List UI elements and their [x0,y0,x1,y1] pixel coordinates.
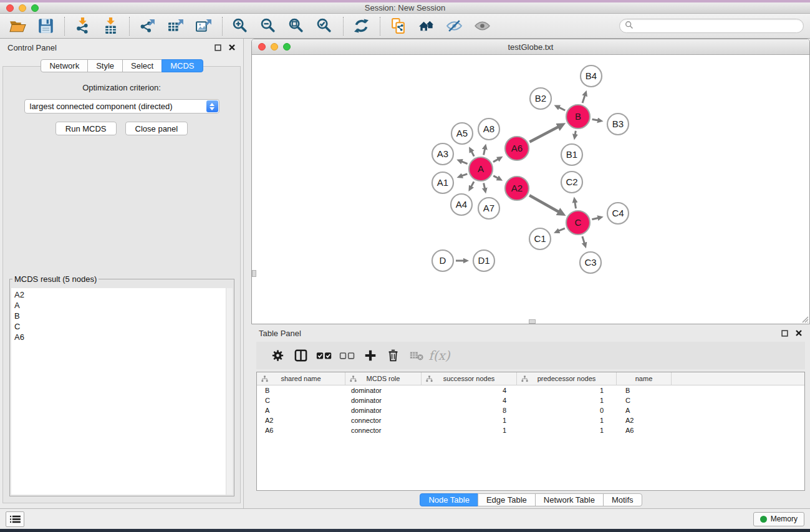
float-panel-icon[interactable] [215,44,221,51]
search-box[interactable] [619,19,804,33]
edge-B-B1[interactable] [575,131,576,135]
table-row[interactable]: Bdominator41B [257,385,804,395]
edge-C-C1[interactable] [559,228,565,231]
tab-style[interactable]: Style [87,59,123,72]
edge-B-B2[interactable] [559,107,565,110]
settings-gear-icon[interactable] [266,345,289,366]
import-table-icon[interactable] [100,17,121,36]
column-header-name[interactable]: name [617,372,672,385]
zoom-out-icon[interactable] [258,17,279,36]
network-node-A7[interactable]: A7 [478,198,499,219]
network-node-B3[interactable]: B3 [607,114,629,135]
edge-B-B4[interactable] [582,95,585,103]
horizontal-scroll-indicator[interactable] [529,319,536,324]
tab-mcds[interactable]: MCDS [162,59,203,72]
zoom-window-button[interactable] [31,4,39,12]
tab-node-table[interactable]: Node Table [420,493,478,506]
tab-motifs[interactable]: Motifs [603,493,642,506]
network-node-C3[interactable]: C3 [580,252,601,273]
save-session-icon[interactable] [36,17,56,36]
close-table-panel-icon[interactable] [795,329,803,337]
network-node-C2[interactable]: C2 [561,172,582,193]
table-row[interactable]: Adominator80A [257,405,804,415]
column-header-successor-nodes[interactable]: successor nodes [422,372,517,385]
table-row[interactable]: A2connector11A2 [257,415,804,425]
network-node-A8[interactable]: A8 [478,118,499,140]
columns-icon[interactable] [289,345,312,366]
network-node-A4[interactable]: A4 [451,194,472,215]
network-node-D[interactable]: D [432,250,453,271]
edge-A-A8[interactable] [484,149,485,155]
run-mcds-button[interactable]: Run MCDS [55,122,117,135]
tab-select[interactable]: Select [122,59,162,72]
vertical-scroll-indicator[interactable] [252,270,256,277]
network-zoom-button[interactable] [283,43,291,51]
close-panel-icon[interactable] [228,44,236,51]
home-icon[interactable] [416,17,436,36]
task-history-button[interactable] [6,511,24,527]
network-node-D1[interactable]: D1 [473,250,494,271]
edge-C-C2[interactable] [575,202,576,208]
network-canvas[interactable]: B4B2BB3A8A5A6A3B1AC2A1A2A4A7C4CC1DD1C3 [252,56,809,324]
result-list-scrollbar[interactable] [226,288,233,495]
unselect-all-columns-icon[interactable] [335,345,359,366]
delete-icon[interactable] [382,345,405,366]
network-close-button[interactable] [258,43,266,51]
float-table-panel-icon[interactable] [781,330,788,337]
add-icon[interactable] [359,345,382,366]
network-node-B4[interactable]: B4 [581,65,602,87]
memory-button[interactable]: Memory [753,512,804,526]
edge-A-A2[interactable] [493,176,498,178]
edge-A2-C[interactable] [529,195,559,211]
edge-B-B3[interactable] [592,119,598,120]
refresh-icon[interactable] [351,17,372,36]
export-table-icon[interactable] [165,17,186,36]
tab-network-table[interactable]: Network Table [535,493,604,506]
criterion-select[interactable]: largest connected component (directed) [24,99,219,114]
close-panel-button[interactable]: Close panel [125,122,188,135]
edge-A6-B[interactable] [529,127,558,142]
import-network-icon[interactable] [72,17,93,36]
search-input[interactable] [636,21,803,32]
network-node-A1[interactable]: A1 [432,172,453,193]
tab-network[interactable]: Network [41,59,88,72]
network-node-A3[interactable]: A3 [432,143,453,165]
network-node-A5[interactable]: A5 [451,123,473,144]
table-row[interactable]: A6connector11A6 [257,425,804,435]
select-all-columns-icon[interactable] [312,345,335,366]
column-header-mcds-role[interactable]: MCDS role [345,372,422,385]
close-window-button[interactable] [6,4,14,12]
zoom-selected-icon[interactable] [314,17,335,36]
network-minimize-button[interactable] [271,43,278,51]
show-details-icon[interactable] [472,17,493,36]
open-session-icon[interactable] [7,17,28,36]
edge-A-A7[interactable] [484,183,485,189]
network-node-A[interactable]: A [469,157,493,181]
network-window-titlebar[interactable]: testGlobe.txt [252,39,809,55]
network-node-B1[interactable]: B1 [561,144,582,165]
zoom-in-icon[interactable] [230,17,251,36]
minimize-window-button[interactable] [19,4,26,12]
edge-A-A6[interactable] [493,159,498,162]
edge-A-A4[interactable] [471,181,474,186]
duplicate-network-icon[interactable] [388,17,408,36]
edge-A-A1[interactable] [462,174,468,176]
edge-C-C3[interactable] [582,236,584,243]
export-image-icon[interactable] [193,17,214,36]
edge-C-C4[interactable] [592,218,598,219]
export-network-icon[interactable] [137,17,158,36]
network-node-A2[interactable]: A2 [505,177,529,200]
hide-details-icon[interactable] [444,17,465,36]
edge-A-A3[interactable] [461,162,467,164]
network-node-B2[interactable]: B2 [530,88,551,109]
network-node-C[interactable]: C [566,211,590,235]
column-header-predecessor-nodes[interactable]: predecessor nodes [517,372,617,385]
edge-A-A5[interactable] [471,152,474,157]
network-node-A6[interactable]: A6 [505,137,529,160]
column-header-shared-name[interactable]: shared name [257,372,345,385]
network-node-C1[interactable]: C1 [529,228,551,249]
network-node-C4[interactable]: C4 [607,203,629,224]
select-stepper-icon[interactable] [206,100,218,112]
zoom-fit-icon[interactable] [286,17,307,36]
network-node-B[interactable]: B [566,105,590,128]
